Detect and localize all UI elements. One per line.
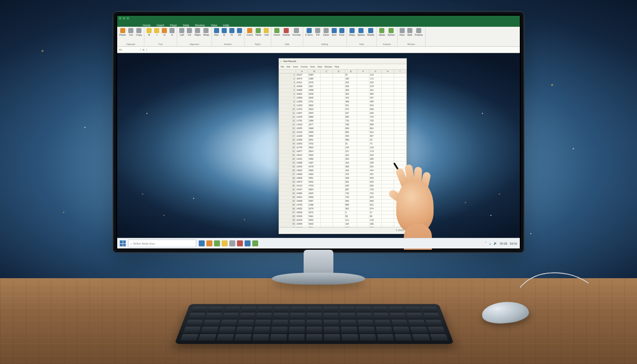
cell[interactable]: 4096 (308, 158, 321, 161)
cell[interactable]: 12466 (296, 138, 308, 142)
cell[interactable] (321, 154, 333, 157)
cell[interactable] (394, 142, 406, 146)
menu-item[interactable]: Format (301, 65, 307, 68)
menu-item[interactable]: Tools (310, 65, 315, 68)
column-header[interactable]: E (345, 70, 358, 73)
cell[interactable] (333, 165, 345, 169)
taskbar-app-icon[interactable] (214, 240, 220, 246)
row-header[interactable]: 6 (279, 93, 296, 96)
table-row[interactable]: 23131514096263285 (279, 158, 406, 161)
row-header[interactable]: 33 (279, 196, 296, 199)
cell[interactable] (394, 73, 406, 77)
cell[interactable] (333, 116, 345, 119)
cell[interactable]: 14932 (296, 207, 308, 211)
cell[interactable] (333, 215, 345, 218)
cell[interactable]: 581 (345, 181, 358, 184)
cell[interactable]: 3004 (308, 112, 321, 115)
cell[interactable]: 186 (369, 223, 382, 226)
cell[interactable] (321, 203, 333, 207)
cell[interactable] (394, 161, 406, 165)
cell[interactable] (357, 142, 369, 146)
cell[interactable] (357, 85, 369, 88)
cell[interactable]: 316 (345, 161, 358, 165)
row-header[interactable]: 35 (279, 203, 296, 207)
cell[interactable]: 5734 (308, 226, 321, 227)
cell[interactable] (321, 96, 333, 100)
cell[interactable] (394, 223, 406, 226)
ribbon-button[interactable]: Insert (273, 28, 281, 37)
row-header[interactable]: 15 (279, 127, 296, 130)
cell[interactable]: 914 (369, 131, 382, 134)
cell[interactable]: 20 (369, 138, 382, 142)
row-header[interactable]: 40 (279, 223, 296, 226)
ribbon-button[interactable]: Fill (314, 28, 321, 37)
cell[interactable]: 97 (345, 73, 358, 77)
cell[interactable]: 15069 (296, 211, 308, 214)
cell[interactable]: 497 (369, 173, 382, 176)
cell[interactable]: 868 (369, 200, 382, 203)
cell[interactable] (333, 184, 345, 188)
ribbon-button[interactable]: Right (194, 28, 201, 37)
cell[interactable] (394, 215, 406, 218)
cell[interactable]: 12877 (296, 150, 308, 153)
cell[interactable] (321, 116, 333, 119)
cell[interactable]: 10822 (296, 93, 308, 96)
cell[interactable]: 13699 (296, 173, 308, 176)
cell[interactable] (357, 96, 369, 100)
cell[interactable]: 468 (345, 100, 358, 104)
table-row[interactable]: 4105482367256278 (279, 85, 406, 89)
cell[interactable] (321, 81, 333, 85)
table-row[interactable]: 191260337325173 (279, 142, 406, 146)
fx-icon[interactable]: fx (141, 48, 147, 51)
cell[interactable] (382, 112, 394, 115)
cell[interactable] (333, 108, 345, 111)
cell[interactable] (394, 211, 406, 214)
cell[interactable]: 15617 (296, 226, 308, 227)
ribbon-button[interactable]: % (228, 28, 235, 37)
cell[interactable] (382, 173, 394, 176)
cell[interactable] (394, 158, 406, 161)
cell[interactable]: 3186 (308, 119, 321, 123)
cell[interactable]: 4824 (308, 188, 321, 192)
cell[interactable]: 3459 (308, 131, 321, 134)
cell[interactable] (394, 77, 406, 81)
cell[interactable] (333, 219, 345, 222)
table-row[interactable]: 14119183277786808 (279, 123, 406, 127)
cell[interactable] (394, 123, 406, 127)
cell[interactable]: 4915 (308, 192, 321, 195)
cell[interactable]: 475 (345, 173, 358, 176)
cell[interactable] (382, 116, 394, 119)
table-row[interactable]: 381520654615880 (279, 215, 406, 219)
cell[interactable] (357, 138, 369, 142)
cell[interactable] (321, 188, 333, 192)
cell[interactable]: 5006 (308, 196, 321, 199)
ribbon-button[interactable]: ,00 (236, 28, 243, 37)
ribbon-button[interactable]: Σ Sum (304, 28, 314, 37)
column-header[interactable]: C (321, 70, 333, 73)
cell[interactable] (382, 142, 394, 146)
row-header[interactable]: 39 (279, 219, 296, 222)
column-header[interactable]: D (333, 70, 345, 73)
cell[interactable]: 14658 (296, 200, 308, 203)
cell[interactable]: 369 (345, 165, 358, 169)
ribbon-button[interactable]: Delete (282, 28, 290, 37)
cell[interactable] (394, 127, 406, 130)
ribbon-tab[interactable]: View (211, 24, 217, 27)
cell[interactable] (394, 154, 406, 157)
cell[interactable]: 649 (369, 112, 382, 115)
cell[interactable] (357, 89, 369, 92)
taskbar-app-icon[interactable] (245, 240, 251, 246)
cell[interactable]: 11233 (296, 104, 308, 107)
cell[interactable] (321, 150, 333, 153)
cell[interactable] (333, 123, 345, 127)
cell[interactable]: 2094 (308, 73, 321, 77)
table-row[interactable]: 34146585097846868 (279, 200, 406, 203)
cell[interactable] (357, 192, 369, 195)
cell[interactable] (357, 177, 369, 180)
cell[interactable]: 10137 (296, 73, 308, 77)
cell[interactable]: 119 (369, 73, 382, 77)
cell[interactable]: 10411 (296, 81, 308, 85)
cell[interactable]: 15480 (296, 223, 308, 226)
table-row[interactable]: 36149325279952974 (279, 207, 406, 211)
cell[interactable] (321, 142, 333, 146)
